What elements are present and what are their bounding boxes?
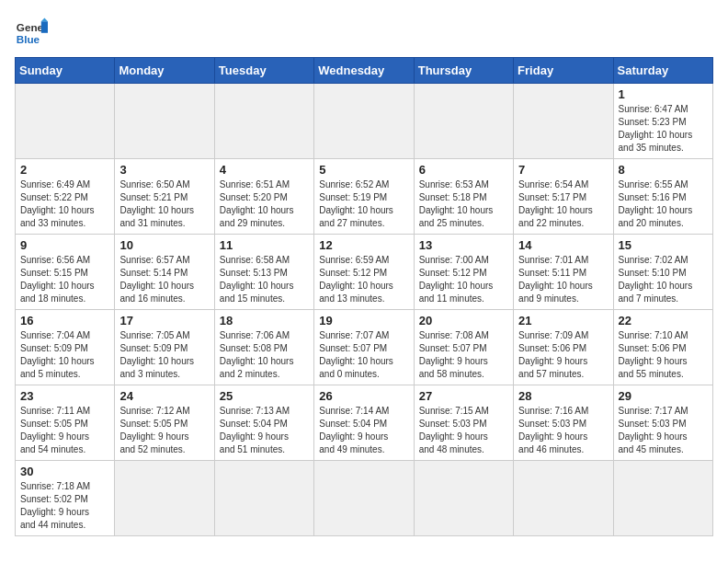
calendar-week-row: 30Sunrise: 7:18 AM Sunset: 5:02 PM Dayli… bbox=[16, 461, 713, 536]
calendar-day-cell: 29Sunrise: 7:17 AM Sunset: 5:03 PM Dayli… bbox=[613, 385, 712, 461]
page-header: General Blue bbox=[15, 15, 713, 48]
day-number: 19 bbox=[319, 314, 408, 327]
day-info: Sunrise: 7:04 AM Sunset: 5:09 PM Dayligh… bbox=[20, 329, 109, 381]
calendar-day-cell: 13Sunrise: 7:00 AM Sunset: 5:12 PM Dayli… bbox=[414, 235, 513, 310]
calendar-day-header: Saturday bbox=[613, 58, 712, 84]
calendar-day-cell: 8Sunrise: 6:55 AM Sunset: 5:16 PM Daylig… bbox=[613, 159, 712, 235]
day-info: Sunrise: 7:00 AM Sunset: 5:12 PM Dayligh… bbox=[419, 254, 508, 305]
calendar-day-cell bbox=[414, 84, 513, 159]
day-info: Sunrise: 6:59 AM Sunset: 5:12 PM Dayligh… bbox=[319, 254, 408, 305]
calendar-day-cell bbox=[514, 84, 613, 159]
day-number: 11 bbox=[220, 238, 309, 252]
calendar-day-cell bbox=[115, 461, 214, 536]
calendar-day-header: Monday bbox=[115, 58, 214, 84]
day-number: 9 bbox=[20, 238, 109, 252]
day-number: 28 bbox=[518, 389, 608, 403]
day-info: Sunrise: 7:10 AM Sunset: 5:06 PM Dayligh… bbox=[619, 329, 708, 381]
day-info: Sunrise: 6:54 AM Sunset: 5:17 PM Dayligh… bbox=[518, 178, 608, 230]
calendar-day-cell: 15Sunrise: 7:02 AM Sunset: 5:10 PM Dayli… bbox=[613, 235, 712, 310]
day-number: 1 bbox=[619, 87, 708, 101]
calendar-day-cell: 12Sunrise: 6:59 AM Sunset: 5:12 PM Dayli… bbox=[314, 235, 414, 310]
calendar-table: SundayMondayTuesdayWednesdayThursdayFrid… bbox=[15, 57, 713, 536]
day-info: Sunrise: 7:17 AM Sunset: 5:03 PM Dayligh… bbox=[619, 405, 708, 456]
logo-icon: General Blue bbox=[15, 15, 48, 48]
day-number: 7 bbox=[518, 163, 608, 177]
calendar-day-cell: 27Sunrise: 7:15 AM Sunset: 5:03 PM Dayli… bbox=[414, 385, 513, 461]
calendar-day-cell bbox=[115, 84, 214, 159]
calendar-day-cell: 7Sunrise: 6:54 AM Sunset: 5:17 PM Daylig… bbox=[514, 159, 613, 235]
day-number: 23 bbox=[20, 389, 109, 403]
calendar-day-cell: 10Sunrise: 6:57 AM Sunset: 5:14 PM Dayli… bbox=[115, 235, 214, 310]
day-number: 21 bbox=[518, 314, 608, 327]
day-info: Sunrise: 6:49 AM Sunset: 5:22 PM Dayligh… bbox=[20, 178, 109, 230]
calendar-day-header: Friday bbox=[514, 58, 613, 84]
day-info: Sunrise: 6:50 AM Sunset: 5:21 PM Dayligh… bbox=[119, 178, 209, 230]
calendar-day-cell: 16Sunrise: 7:04 AM Sunset: 5:09 PM Dayli… bbox=[16, 310, 115, 385]
calendar-day-cell bbox=[214, 84, 313, 159]
day-number: 3 bbox=[119, 163, 209, 177]
logo: General Blue bbox=[15, 15, 51, 48]
calendar-header-row: SundayMondayTuesdayWednesdayThursdayFrid… bbox=[16, 58, 713, 84]
calendar-week-row: 9Sunrise: 6:56 AM Sunset: 5:15 PM Daylig… bbox=[16, 235, 713, 310]
calendar-day-cell bbox=[16, 84, 115, 159]
calendar-day-header: Wednesday bbox=[314, 58, 414, 84]
day-number: 20 bbox=[419, 314, 508, 327]
calendar-day-cell: 18Sunrise: 7:06 AM Sunset: 5:08 PM Dayli… bbox=[214, 310, 313, 385]
calendar-day-cell: 9Sunrise: 6:56 AM Sunset: 5:15 PM Daylig… bbox=[16, 235, 115, 310]
calendar-day-cell: 22Sunrise: 7:10 AM Sunset: 5:06 PM Dayli… bbox=[613, 310, 712, 385]
day-number: 13 bbox=[419, 238, 508, 252]
day-info: Sunrise: 6:53 AM Sunset: 5:18 PM Dayligh… bbox=[419, 178, 508, 230]
calendar-week-row: 23Sunrise: 7:11 AM Sunset: 5:05 PM Dayli… bbox=[16, 385, 713, 461]
day-number: 27 bbox=[419, 389, 508, 403]
calendar-day-cell: 20Sunrise: 7:08 AM Sunset: 5:07 PM Dayli… bbox=[414, 310, 513, 385]
calendar-day-cell: 6Sunrise: 6:53 AM Sunset: 5:18 PM Daylig… bbox=[414, 159, 513, 235]
calendar-day-cell: 26Sunrise: 7:14 AM Sunset: 5:04 PM Dayli… bbox=[314, 385, 414, 461]
day-number: 17 bbox=[119, 314, 209, 327]
calendar-week-row: 16Sunrise: 7:04 AM Sunset: 5:09 PM Dayli… bbox=[16, 310, 713, 385]
day-info: Sunrise: 7:08 AM Sunset: 5:07 PM Dayligh… bbox=[419, 329, 508, 381]
day-number: 18 bbox=[220, 314, 309, 327]
calendar-day-cell: 14Sunrise: 7:01 AM Sunset: 5:11 PM Dayli… bbox=[514, 235, 613, 310]
day-info: Sunrise: 6:57 AM Sunset: 5:14 PM Dayligh… bbox=[119, 254, 209, 305]
day-info: Sunrise: 7:06 AM Sunset: 5:08 PM Dayligh… bbox=[220, 329, 309, 381]
calendar-day-cell bbox=[314, 84, 414, 159]
day-number: 8 bbox=[619, 163, 708, 177]
calendar-day-cell bbox=[613, 461, 712, 536]
day-info: Sunrise: 7:13 AM Sunset: 5:04 PM Dayligh… bbox=[220, 405, 309, 456]
day-info: Sunrise: 6:58 AM Sunset: 5:13 PM Dayligh… bbox=[220, 254, 309, 305]
day-info: Sunrise: 7:16 AM Sunset: 5:03 PM Dayligh… bbox=[518, 405, 608, 456]
day-number: 24 bbox=[119, 389, 209, 403]
calendar-day-cell: 2Sunrise: 6:49 AM Sunset: 5:22 PM Daylig… bbox=[16, 159, 115, 235]
calendar-day-cell: 21Sunrise: 7:09 AM Sunset: 5:06 PM Dayli… bbox=[514, 310, 613, 385]
day-number: 12 bbox=[319, 238, 408, 252]
day-number: 26 bbox=[319, 389, 408, 403]
day-info: Sunrise: 6:47 AM Sunset: 5:23 PM Dayligh… bbox=[619, 103, 708, 155]
calendar-day-cell: 28Sunrise: 7:16 AM Sunset: 5:03 PM Dayli… bbox=[514, 385, 613, 461]
calendar-day-cell: 1Sunrise: 6:47 AM Sunset: 5:23 PM Daylig… bbox=[613, 84, 712, 159]
day-info: Sunrise: 7:14 AM Sunset: 5:04 PM Dayligh… bbox=[319, 405, 408, 456]
day-number: 2 bbox=[20, 163, 109, 177]
day-info: Sunrise: 6:52 AM Sunset: 5:19 PM Dayligh… bbox=[319, 178, 408, 230]
calendar-day-cell: 17Sunrise: 7:05 AM Sunset: 5:09 PM Dayli… bbox=[115, 310, 214, 385]
calendar-day-cell: 25Sunrise: 7:13 AM Sunset: 5:04 PM Dayli… bbox=[214, 385, 313, 461]
calendar-week-row: 1Sunrise: 6:47 AM Sunset: 5:23 PM Daylig… bbox=[16, 84, 713, 159]
day-info: Sunrise: 6:55 AM Sunset: 5:16 PM Dayligh… bbox=[619, 178, 708, 230]
day-info: Sunrise: 6:51 AM Sunset: 5:20 PM Dayligh… bbox=[220, 178, 309, 230]
day-number: 29 bbox=[619, 389, 708, 403]
day-info: Sunrise: 7:09 AM Sunset: 5:06 PM Dayligh… bbox=[518, 329, 608, 381]
day-number: 6 bbox=[419, 163, 508, 177]
day-number: 10 bbox=[119, 238, 209, 252]
calendar-day-cell: 3Sunrise: 6:50 AM Sunset: 5:21 PM Daylig… bbox=[115, 159, 214, 235]
calendar-day-cell: 5Sunrise: 6:52 AM Sunset: 5:19 PM Daylig… bbox=[314, 159, 414, 235]
calendar-day-cell: 19Sunrise: 7:07 AM Sunset: 5:07 PM Dayli… bbox=[314, 310, 414, 385]
svg-marker-2 bbox=[41, 21, 48, 33]
calendar-day-cell: 30Sunrise: 7:18 AM Sunset: 5:02 PM Dayli… bbox=[16, 461, 115, 536]
calendar-day-cell bbox=[414, 461, 513, 536]
calendar-day-header: Tuesday bbox=[214, 58, 313, 84]
calendar-day-cell: 23Sunrise: 7:11 AM Sunset: 5:05 PM Dayli… bbox=[16, 385, 115, 461]
day-info: Sunrise: 6:56 AM Sunset: 5:15 PM Dayligh… bbox=[20, 254, 109, 305]
calendar-day-header: Sunday bbox=[16, 58, 115, 84]
calendar-day-cell: 11Sunrise: 6:58 AM Sunset: 5:13 PM Dayli… bbox=[214, 235, 313, 310]
day-info: Sunrise: 7:01 AM Sunset: 5:11 PM Dayligh… bbox=[518, 254, 608, 305]
day-number: 30 bbox=[20, 465, 109, 478]
